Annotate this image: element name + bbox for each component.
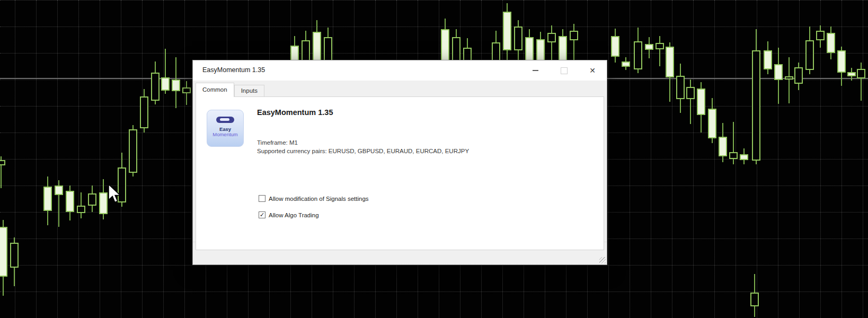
candle-body (611, 36, 619, 57)
ea-logo-text-line2: Momentum (212, 132, 238, 137)
candle-body (816, 31, 825, 40)
candle-wick (861, 63, 862, 101)
grid-line-horizontal (0, 53, 868, 54)
candle-body (43, 187, 52, 211)
common-tab-panel: Easy Momentum EasyMomentum 1.35 Timefram… (196, 96, 604, 250)
tab-strip: Common Inputs (196, 83, 264, 97)
ea-logo-icon: Easy Momentum (207, 110, 244, 147)
mouse-cursor-icon (108, 183, 122, 204)
candle-body (99, 192, 108, 214)
ea-name-heading: EasyMomentum 1.35 (257, 108, 333, 117)
dialog-title: EasyMomentum 1.35 (202, 66, 265, 74)
candle-body (182, 87, 191, 93)
grid-line-horizontal (0, 26, 868, 27)
candle-body (645, 44, 653, 50)
candle-body (666, 47, 674, 77)
allow-algo-trading-checkbox[interactable]: ✓ (259, 211, 265, 218)
candle-body (151, 73, 160, 101)
candle-body (750, 293, 759, 306)
candle-body (0, 160, 5, 165)
maximize-icon (561, 67, 568, 74)
candle-body (847, 72, 856, 76)
candle-body (719, 137, 727, 156)
close-icon: ✕ (589, 67, 596, 74)
minimize-button[interactable] (523, 60, 547, 81)
candle-body (686, 87, 695, 99)
allow-signals-checkbox[interactable]: ✓ (259, 195, 265, 202)
candle-body (570, 31, 578, 40)
candle-wick (573, 24, 574, 64)
candle-body (66, 191, 74, 212)
candle-body (837, 50, 846, 73)
resize-grip[interactable] (599, 257, 606, 263)
ea-pairs-text: Supported currency pairs: EURUSD, GBPUSD… (257, 148, 469, 154)
candle-body (827, 33, 835, 53)
candle-wick (659, 36, 660, 66)
checkbox-row-algo: ✓ Allow Algo Trading (259, 211, 319, 218)
candle-body (514, 26, 522, 50)
checkmark-icon: ✓ (260, 212, 264, 218)
candle-body (794, 67, 803, 84)
screen: EasyMomentum 1.35 ✕ Common Inputs Easy M… (0, 0, 868, 318)
candle-body (55, 186, 63, 195)
candle-body (129, 129, 137, 173)
candle-body (503, 12, 511, 50)
candle-body (10, 243, 19, 268)
ea-properties-dialog: EasyMomentum 1.35 ✕ Common Inputs Easy M… (192, 60, 607, 265)
candle-body (161, 77, 170, 91)
candle-body (764, 50, 772, 69)
ea-logo-capsule-icon (216, 117, 234, 123)
tab-inputs[interactable]: Inputs (234, 85, 264, 97)
grid-line-horizontal (0, 292, 868, 292)
minimize-icon (533, 70, 538, 71)
dialog-titlebar[interactable]: EasyMomentum 1.35 ✕ (193, 60, 607, 81)
candle-body (622, 61, 630, 67)
tab-common[interactable]: Common (196, 83, 234, 97)
candle-body (740, 154, 748, 160)
grid-line-horizontal (0, 0, 868, 1)
allow-signals-label: Allow modification of Signals settings (269, 196, 369, 202)
candle-body (656, 43, 664, 49)
ea-timeframe-text: Timeframe: M1 (257, 139, 298, 146)
candle-body (785, 76, 793, 80)
candle-body (708, 109, 716, 138)
candle-body (697, 89, 705, 115)
candle-body (172, 80, 180, 91)
checkbox-row-signals: ✓ Allow modification of Signals settings (259, 195, 369, 202)
allow-algo-trading-label: Allow Algo Trading (269, 212, 319, 218)
candle-wick (789, 57, 790, 103)
candle-body (88, 193, 96, 206)
candle-body (634, 41, 642, 69)
candle-body (676, 76, 685, 99)
candle-body (547, 33, 556, 42)
candle-body (752, 50, 760, 161)
candle-body (805, 40, 814, 70)
candle-body (729, 152, 738, 159)
candle-body (77, 206, 85, 213)
candle-body (857, 69, 865, 78)
close-button[interactable]: ✕ (580, 60, 605, 81)
candle-body (0, 227, 7, 277)
grid-line-horizontal (0, 265, 868, 266)
candle-body (140, 96, 148, 128)
candle-body (774, 64, 783, 80)
maximize-button[interactable] (552, 60, 576, 81)
candle-wick (690, 80, 691, 124)
